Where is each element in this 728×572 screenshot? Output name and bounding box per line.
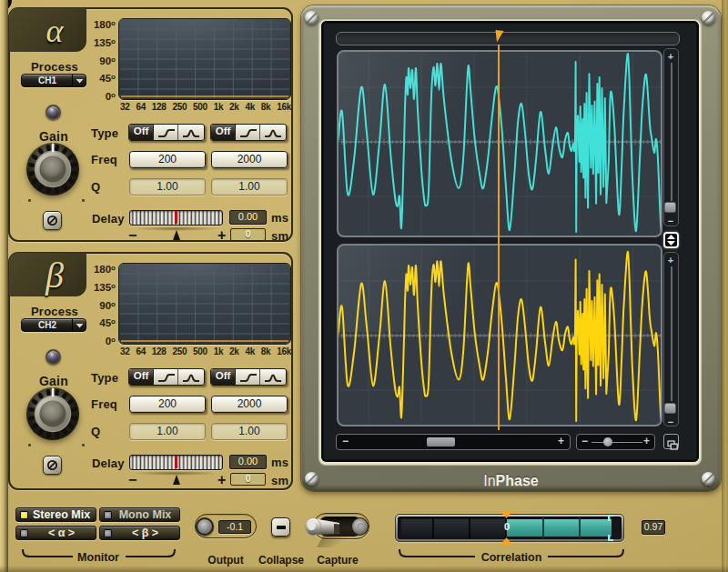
- svg-text:Correlation: Correlation: [481, 551, 542, 564]
- svg-text:Monitor: Monitor: [77, 551, 119, 564]
